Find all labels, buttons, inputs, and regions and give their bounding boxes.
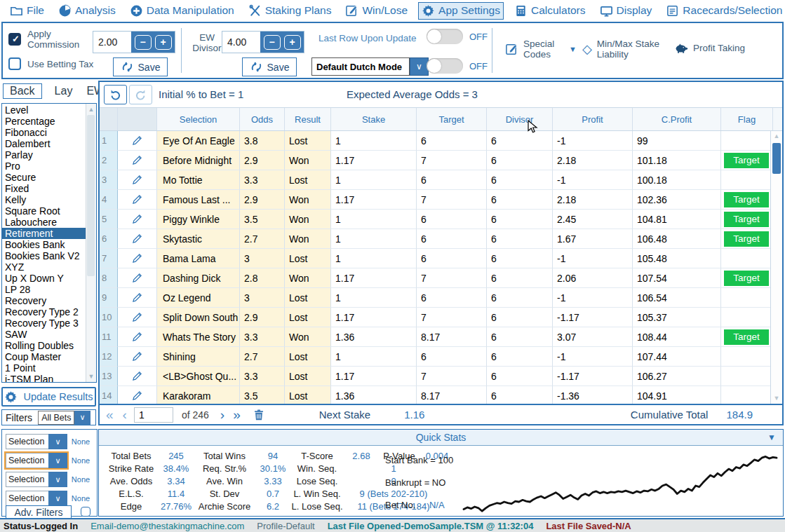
scroll-up-icon[interactable]: ▲ bbox=[771, 131, 782, 142]
table-row[interactable]: 8Dashing Dick2.8Won1.17762.06107.54Targe… bbox=[100, 268, 770, 288]
apply-commission-row[interactable]: Apply Commission bbox=[8, 29, 85, 50]
undo-button[interactable] bbox=[104, 85, 127, 104]
redo-button[interactable] bbox=[129, 85, 152, 104]
sidebar-item-retirement[interactable]: Retirement bbox=[2, 228, 86, 239]
table-row[interactable]: 10Split Down South2.9Lost1.1776-1.17105.… bbox=[100, 308, 770, 327]
sidebar-item-dalembert[interactable]: Dalembert bbox=[2, 138, 86, 149]
tab-back[interactable]: Back bbox=[3, 83, 42, 99]
use-betting-tax-checkbox[interactable] bbox=[8, 57, 21, 70]
filters-dropdown[interactable]: All Bets ∨ bbox=[38, 411, 90, 425]
page-input[interactable] bbox=[134, 407, 173, 423]
sidebar-item-percentage[interactable]: Percentage bbox=[2, 116, 86, 127]
edit-pencil-icon[interactable] bbox=[132, 194, 142, 205]
chevron-down-icon[interactable]: ∨ bbox=[74, 411, 90, 425]
menu-item-analysis[interactable]: Analysis bbox=[55, 3, 119, 19]
edit-pencil-icon[interactable] bbox=[132, 351, 142, 362]
commission-save-button[interactable]: Save bbox=[113, 57, 168, 76]
dutch-mode-dropdown[interactable]: Default Dutch Mode ∨ bbox=[311, 57, 429, 76]
sidebar-item-bookies-bank[interactable]: Bookies Bank bbox=[2, 239, 86, 250]
table-row[interactable]: 14Karakoram3.5Lost1.368.176-1.36104.91 bbox=[100, 386, 770, 406]
menu-item-display[interactable]: Display bbox=[597, 3, 655, 19]
chevron-down-icon[interactable]: ∨ bbox=[48, 434, 67, 449]
apply-commission-checkbox[interactable] bbox=[8, 33, 21, 46]
sidebar-item-coup-master[interactable]: Coup Master bbox=[2, 351, 86, 362]
sidebar-item-xyz[interactable]: XYZ bbox=[2, 261, 86, 273]
sidebar-item-recovery-type-3[interactable]: Recovery Type 3 bbox=[2, 318, 86, 329]
table-row[interactable]: 12Shining2.7Lost166-1107.44 bbox=[100, 347, 770, 367]
filter-dropdown-4[interactable]: Selection∨ bbox=[6, 491, 67, 506]
chevron-down-icon[interactable]: ∨ bbox=[48, 472, 67, 487]
filter-dropdown-3[interactable]: Selection∨ bbox=[6, 472, 67, 487]
ew-divisor-save-button[interactable]: Save bbox=[242, 57, 297, 76]
use-betting-tax-row[interactable]: Use Betting Tax bbox=[8, 57, 93, 70]
plans-scrollbar-thumb[interactable] bbox=[87, 115, 95, 276]
dutch-mode-toggle[interactable] bbox=[427, 58, 463, 74]
menu-item-racecards-selection-hunter[interactable]: Racecards/Selection Hunter bbox=[663, 3, 785, 19]
scroll-up-icon[interactable]: ▲ bbox=[88, 106, 95, 113]
sidebar-item-rolling-doubles[interactable]: Rolling Doubles bbox=[2, 340, 86, 351]
table-row[interactable]: 1Eye Of An Eagle3.8Lost166-199 bbox=[100, 131, 770, 151]
edit-pencil-icon[interactable] bbox=[132, 390, 142, 401]
edit-pencil-icon[interactable] bbox=[132, 292, 142, 303]
filter-dropdown-2[interactable]: Selection∨ bbox=[6, 453, 67, 468]
edit-pencil-icon[interactable] bbox=[132, 155, 142, 165]
column-header-selection[interactable]: Selection bbox=[157, 108, 240, 130]
column-header-profit[interactable]: Profit bbox=[553, 108, 633, 130]
edit-pencil-icon[interactable] bbox=[132, 312, 142, 322]
edit-pencil-icon[interactable] bbox=[132, 233, 142, 244]
adv-filters-button[interactable]: Adv. Filters bbox=[6, 505, 72, 519]
edit-pencil-icon[interactable] bbox=[132, 332, 142, 342]
sidebar-item-1-point[interactable]: 1 Point bbox=[2, 362, 86, 374]
table-row[interactable]: 2Before Midnight2.9Won1.17762.18101.18Ta… bbox=[100, 151, 770, 170]
table-row[interactable]: 13<LB>Ghost Qu...3.3Lost1.1776-1.17106.2… bbox=[100, 367, 770, 386]
column-header-flag[interactable]: Flag bbox=[721, 108, 773, 130]
collapse-triangle-icon[interactable]: ▼ bbox=[767, 433, 776, 442]
sidebar-item-lp-28[interactable]: LP 28 bbox=[2, 284, 86, 295]
edit-pencil-icon[interactable] bbox=[132, 253, 142, 264]
sidebar-item-secure[interactable]: Secure bbox=[2, 172, 86, 183]
edit-pencil-icon[interactable] bbox=[132, 214, 142, 224]
column-header-result[interactable]: Result bbox=[285, 108, 331, 130]
sidebar-item-recovery[interactable]: Recovery bbox=[2, 295, 86, 306]
sidebar-item-recovery-type-2[interactable]: Recovery Type 2 bbox=[2, 306, 86, 318]
column-header-target[interactable]: Target bbox=[417, 108, 487, 130]
commission-plus-button[interactable]: + bbox=[155, 35, 172, 50]
sidebar-item-fibonacci[interactable]: Fibonacci bbox=[2, 127, 86, 138]
trash-icon[interactable] bbox=[252, 407, 266, 422]
edit-pencil-icon[interactable] bbox=[132, 273, 142, 283]
menu-item-app-settings[interactable]: App Settings bbox=[419, 3, 503, 19]
table-row[interactable]: 6Skytastic2.7Won1661.67106.48Target bbox=[100, 229, 770, 249]
profit-taking-button[interactable]: Profit Taking bbox=[675, 41, 745, 55]
update-results-button[interactable]: Update Results bbox=[1, 387, 96, 407]
menu-item-file[interactable]: File bbox=[7, 3, 47, 19]
scroll-down-icon[interactable]: ▼ bbox=[771, 393, 782, 404]
sidebar-item-i-tsm-plan[interactable]: i-TSM Plan bbox=[2, 374, 86, 382]
first-page-button[interactable]: « bbox=[106, 408, 114, 421]
adv-filters-checkbox[interactable] bbox=[81, 507, 90, 517]
column-header-odds[interactable]: Odds bbox=[240, 108, 285, 130]
next-page-button[interactable]: › bbox=[220, 408, 224, 421]
table-row[interactable]: 4Famous Last ...2.9Won1.17762.18102.36Ta… bbox=[100, 190, 770, 210]
menu-item-calculators[interactable]: Calculators bbox=[511, 3, 589, 19]
table-row[interactable]: 11Whats The Story3.3Won1.368.1763.07108.… bbox=[100, 327, 770, 347]
column-header-divisor[interactable]: Divisor bbox=[487, 108, 553, 130]
sidebar-item-fixed[interactable]: Fixed bbox=[2, 183, 86, 194]
table-row[interactable]: 9Oz Legend3Lost166-1106.54 bbox=[100, 288, 770, 308]
prev-page-button[interactable]: ‹ bbox=[123, 408, 127, 421]
menu-item-data-manipulation[interactable]: Data Manipulation bbox=[127, 3, 237, 19]
filter-dropdown-1[interactable]: Selection∨ bbox=[6, 434, 67, 449]
last-row-toggle[interactable] bbox=[427, 29, 463, 44]
column-header-c-profit[interactable]: C.Profit bbox=[633, 108, 721, 130]
menu-item-staking-plans[interactable]: Staking Plans bbox=[246, 3, 335, 19]
ew-divisor-value[interactable]: 4.00 bbox=[222, 32, 260, 53]
sidebar-item-pro[interactable]: Pro bbox=[2, 161, 86, 172]
column-header-stake[interactable]: Stake bbox=[331, 108, 417, 130]
chevron-down-icon[interactable]: ∨ bbox=[48, 453, 67, 468]
special-codes-button[interactable]: Special Codes ▼ bbox=[505, 39, 577, 60]
commission-minus-button[interactable]: − bbox=[135, 35, 152, 50]
table-row[interactable]: 5Piggy Winkle3.5Won1662.45104.81Target bbox=[100, 210, 770, 229]
scroll-down-icon[interactable]: ▼ bbox=[88, 373, 95, 380]
sidebar-item-square-root[interactable]: Square Root bbox=[2, 205, 86, 217]
table-row[interactable]: 7Bama Lama3Lost166-1105.48 bbox=[100, 249, 770, 268]
grid-scrollbar-thumb[interactable] bbox=[772, 143, 781, 174]
